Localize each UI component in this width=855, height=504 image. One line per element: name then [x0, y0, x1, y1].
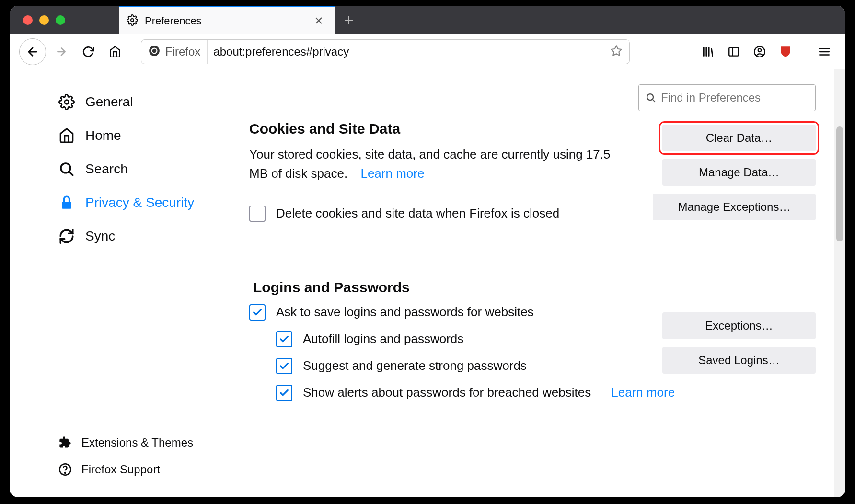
search-preferences-input[interactable] [661, 91, 809, 104]
delete-on-close-label: Delete cookies and site data when Firefo… [276, 206, 559, 221]
vertical-scrollbar[interactable] [834, 69, 845, 497]
gear-icon [58, 94, 75, 110]
sidebar-item-label: Extensions & Themes [81, 436, 193, 449]
breach-alerts-checkbox[interactable] [276, 385, 292, 401]
sync-icon [58, 228, 75, 244]
sidebar-item-sync[interactable]: Sync [58, 219, 225, 253]
home-icon [58, 127, 75, 144]
library-button[interactable] [696, 40, 719, 63]
logins-exceptions-button[interactable]: Exceptions… [662, 312, 816, 339]
clear-data-button[interactable]: Clear Data… [662, 125, 816, 151]
svg-point-0 [131, 19, 134, 22]
url-text: about:preferences#privacy [213, 45, 604, 58]
logins-heading: Logins and Passwords [249, 279, 831, 296]
sidebar-item-label: Search [85, 161, 128, 177]
logins-buttons: Exceptions… Saved Logins… [662, 312, 816, 374]
help-icon [58, 463, 72, 476]
delete-on-close-checkbox[interactable] [249, 206, 266, 222]
suggest-label: Suggest and generate strong passwords [303, 358, 527, 373]
sidebar-item-label: General [85, 94, 133, 110]
suggest-checkbox[interactable] [276, 358, 292, 374]
svg-rect-5 [729, 47, 739, 56]
breach-alerts-row[interactable]: Show alerts about passwords for breached… [276, 385, 831, 401]
bookmark-star-icon[interactable] [610, 45, 623, 59]
minimize-window-button[interactable] [39, 15, 49, 25]
browser-tab[interactable]: Preferences [119, 6, 335, 34]
search-preferences-box[interactable] [638, 84, 816, 111]
close-window-button[interactable] [23, 15, 33, 25]
sidebar-item-general[interactable]: General [58, 85, 225, 119]
gear-icon [127, 14, 138, 28]
home-button[interactable] [104, 40, 127, 63]
tab-title: Preferences [145, 15, 304, 27]
content-area: General Home Search Privacy & Security S… [10, 69, 845, 497]
window-controls [10, 6, 119, 34]
identity-box[interactable]: Firefox [148, 40, 208, 64]
manage-exceptions-button[interactable]: Manage Exceptions… [653, 194, 816, 220]
svg-line-21 [652, 99, 655, 102]
logins-learn-more-link[interactable]: Learn more [611, 385, 675, 400]
svg-marker-4 [611, 46, 622, 56]
saved-logins-button[interactable]: Saved Logins… [662, 347, 816, 374]
cookies-learn-more-link[interactable]: Learn more [360, 166, 424, 181]
sidebar-toggle-button[interactable] [722, 40, 745, 63]
search-icon [646, 92, 656, 103]
back-button[interactable] [19, 38, 46, 65]
preferences-main: Cookies and Site Data Your stored cookie… [240, 69, 845, 497]
sidebar-item-label: Firefox Support [81, 463, 160, 476]
sidebar-item-label: Home [85, 128, 121, 143]
ask-save-label: Ask to save logins and passwords for web… [276, 305, 534, 320]
sidebar-item-home[interactable]: Home [58, 119, 225, 152]
sidebar-item-label: Sync [85, 229, 115, 244]
sidebar-item-extensions[interactable]: Extensions & Themes [58, 429, 225, 456]
account-button[interactable] [748, 40, 771, 63]
cookies-desc-text: Your stored cookies, site data, and cach… [249, 147, 611, 181]
sidebar-item-support[interactable]: Firefox Support [58, 456, 225, 483]
manage-data-button[interactable]: Manage Data… [662, 159, 816, 186]
new-tab-button[interactable] [335, 6, 363, 34]
ask-save-checkbox[interactable] [249, 304, 266, 321]
svg-point-3 [152, 48, 157, 53]
breach-alerts-label: Show alerts about passwords for breached… [303, 385, 591, 400]
identity-label: Firefox [165, 45, 200, 58]
autofill-checkbox[interactable] [276, 331, 292, 347]
svg-point-8 [758, 48, 762, 52]
nav-toolbar: Firefox about:preferences#privacy [10, 34, 845, 69]
tab-close-button[interactable] [311, 12, 327, 30]
titlebar: Preferences [10, 6, 845, 34]
svg-line-16 [69, 172, 72, 175]
scrollbar-thumb[interactable] [836, 126, 843, 241]
separator [805, 42, 805, 61]
preferences-sidebar: General Home Search Privacy & Security S… [10, 69, 240, 497]
sidebar-item-privacy[interactable]: Privacy & Security [58, 186, 225, 219]
search-icon [58, 161, 75, 177]
reload-button[interactable] [77, 40, 100, 63]
maximize-window-button[interactable] [56, 15, 65, 25]
cookies-buttons: Clear Data… Manage Data… Manage Exceptio… [662, 125, 816, 220]
toolbar-right [696, 40, 836, 63]
puzzle-icon [58, 436, 72, 449]
svg-point-14 [65, 100, 69, 104]
browser-window: Preferences Firefox [10, 6, 845, 497]
svg-point-19 [65, 472, 66, 473]
firefox-icon [148, 45, 161, 59]
svg-rect-17 [62, 202, 71, 209]
ublock-icon[interactable] [774, 40, 797, 63]
forward-button [50, 40, 73, 63]
autofill-label: Autofill logins and passwords [303, 332, 463, 346]
sidebar-item-label: Privacy & Security [85, 195, 194, 210]
cookies-description: Your stored cookies, site data, and cach… [249, 145, 613, 183]
url-bar[interactable]: Firefox about:preferences#privacy [141, 39, 630, 64]
hamburger-menu-button[interactable] [813, 40, 836, 63]
sidebar-footer: Extensions & Themes Firefox Support [58, 429, 225, 483]
lock-icon [58, 195, 75, 211]
sidebar-item-search[interactable]: Search [58, 152, 225, 186]
